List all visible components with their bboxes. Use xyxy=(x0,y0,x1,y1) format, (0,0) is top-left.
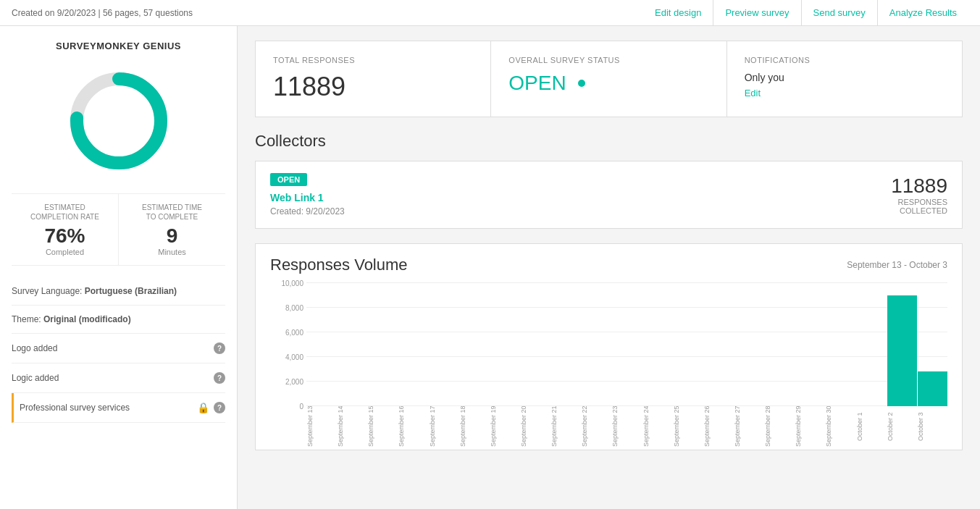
x-axis-label: September 25 xyxy=(673,406,703,450)
logic-info: Logic added ? xyxy=(12,363,225,393)
survey-status-value: OPEN xyxy=(508,72,566,95)
chart-date-range: September 13 - October 3 xyxy=(847,260,947,270)
main-layout: SURVEYMONKEY GENIUS ESTIMATEDCOMPLETION … xyxy=(0,26,980,509)
theme-info: Theme: Original (modificado) xyxy=(12,306,225,334)
x-axis-label: October 1 xyxy=(856,406,887,450)
professional-info: Professional survey services 🔒 ? xyxy=(12,393,225,423)
x-axis-label: September 29 xyxy=(795,406,825,450)
collector-name-link[interactable]: Web Link 1 xyxy=(270,192,345,203)
chart-y-label: 2,000 xyxy=(285,378,306,386)
x-axis-label: September 20 xyxy=(520,406,550,450)
chart-y-label: 0 xyxy=(299,403,306,411)
lock-icon: 🔒 xyxy=(197,402,209,413)
logic-help-icon[interactable]: ? xyxy=(214,372,225,384)
chart-section: Responses Volume September 13 - October … xyxy=(255,243,963,450)
x-axis-label: September 28 xyxy=(764,406,795,450)
x-axis-label: September 13 xyxy=(306,406,337,450)
chart-y-label: 10,000 xyxy=(281,279,306,287)
collector-count: 11889 xyxy=(891,174,947,198)
logic-label: Logic added xyxy=(12,373,59,383)
collector-count-label: RESPONSESCOLLECTED xyxy=(891,198,947,215)
professional-help-icon[interactable]: ? xyxy=(214,402,225,413)
x-axis-label: October 3 xyxy=(917,406,947,450)
chart-bar xyxy=(918,371,947,406)
x-axis-label: September 24 xyxy=(642,406,673,450)
send-survey-link[interactable]: Send survey xyxy=(801,0,877,26)
chart-y-label: 8,000 xyxy=(285,304,306,312)
logo-label: Logo added xyxy=(12,343,57,353)
top-nav: Edit design Preview survey Send survey A… xyxy=(643,0,968,26)
donut-chart xyxy=(61,63,177,179)
time-to-complete-value: 9 xyxy=(122,226,222,246)
analyze-results-link[interactable]: Analyze Results xyxy=(877,0,968,26)
logo-info: Logo added ? xyxy=(12,334,225,363)
time-to-complete-sub: Minutes xyxy=(122,248,222,256)
total-responses-label: TOTAL RESPONSES xyxy=(273,56,473,64)
edit-design-link[interactable]: Edit design xyxy=(643,0,713,26)
top-bar: Created on 9/20/2023 | 56 pages, 57 ques… xyxy=(0,0,980,26)
content-area: TOTAL RESPONSES 11889 OVERALL SURVEY STA… xyxy=(238,26,980,509)
x-axis-label: September 17 xyxy=(429,406,459,450)
chart-y-label: 6,000 xyxy=(285,329,306,337)
language-value: Portuguese (Brazilian) xyxy=(85,286,177,296)
x-axis-label: September 16 xyxy=(398,406,428,450)
x-axis-label: September 27 xyxy=(734,406,764,450)
x-axis-label: September 26 xyxy=(703,406,734,450)
time-to-complete-stat: ESTIMATED TIMETO COMPLETE 9 Minutes xyxy=(118,194,225,265)
stats-row: ESTIMATEDCOMPLETION RATE 76% Completed E… xyxy=(12,193,225,266)
status-value-row: OPEN xyxy=(508,72,708,95)
logo-help-icon[interactable]: ? xyxy=(214,342,225,354)
x-axis-label: October 2 xyxy=(887,406,917,450)
chart-area: 02,0004,0006,0008,00010,000 September 13… xyxy=(270,283,947,450)
collector-date: Created: 9/20/2023 xyxy=(270,206,345,216)
x-axis-label: September 15 xyxy=(367,406,398,450)
survey-meta: Created on 9/20/2023 | 56 pages, 57 ques… xyxy=(12,8,193,18)
notifications-label: NOTIFICATIONS xyxy=(745,56,945,64)
completion-rate-stat: ESTIMATEDCOMPLETION RATE 76% Completed xyxy=(12,194,118,265)
x-axis-label: September 14 xyxy=(337,406,367,450)
notifications-card: NOTIFICATIONS Only you Edit xyxy=(727,41,962,117)
language-info: Survey Language: Portuguese (Brazilian) xyxy=(12,277,225,306)
donut-chart-container xyxy=(12,63,225,179)
x-axis-label: September 22 xyxy=(581,406,611,450)
total-responses-value: 11889 xyxy=(273,72,473,102)
collector-left: OPEN Web Link 1 Created: 9/20/2023 xyxy=(270,173,345,216)
collectors-title: Collectors xyxy=(255,132,963,151)
x-axis-label: September 23 xyxy=(611,406,642,450)
completion-rate-value: 76% xyxy=(14,226,115,246)
time-to-complete-label: ESTIMATED TIMETO COMPLETE xyxy=(122,203,222,222)
total-responses-card: TOTAL RESPONSES 11889 xyxy=(256,41,491,117)
professional-icons: 🔒 ? xyxy=(197,402,225,413)
x-axis-labels: September 13September 14September 15Sept… xyxy=(306,406,947,450)
notifications-value: Only you xyxy=(745,72,945,83)
brand-title: SURVEYMONKEY GENIUS xyxy=(12,41,225,51)
preview-survey-link[interactable]: Preview survey xyxy=(713,0,800,26)
status-indicator-dot xyxy=(578,80,585,87)
sidebar: SURVEYMONKEY GENIUS ESTIMATEDCOMPLETION … xyxy=(0,26,238,509)
collector-status-badge: OPEN xyxy=(270,173,307,186)
bars-container xyxy=(306,283,947,406)
chart-title: Responses Volume xyxy=(270,256,408,274)
x-axis-label: September 21 xyxy=(550,406,581,450)
notifications-edit-link[interactable]: Edit xyxy=(745,88,761,98)
survey-status-card: OVERALL SURVEY STATUS OPEN xyxy=(491,41,726,117)
stats-cards: TOTAL RESPONSES 11889 OVERALL SURVEY STA… xyxy=(255,41,963,117)
x-axis-label: September 19 xyxy=(490,406,520,450)
x-axis-label: September 18 xyxy=(459,406,490,450)
chart-y-label: 4,000 xyxy=(285,353,306,361)
collector-card: OPEN Web Link 1 Created: 9/20/2023 11889… xyxy=(255,161,963,229)
chart-bar xyxy=(887,295,917,406)
theme-value: Original (modificado) xyxy=(43,314,131,324)
x-axis-label: September 30 xyxy=(825,406,855,450)
completion-rate-label: ESTIMATEDCOMPLETION RATE xyxy=(14,203,115,222)
survey-status-label: OVERALL SURVEY STATUS xyxy=(508,56,708,64)
collector-right: 11889 RESPONSESCOLLECTED xyxy=(891,174,947,215)
language-label: Survey Language: Portuguese (Brazilian) xyxy=(12,286,177,296)
chart-header: Responses Volume September 13 - October … xyxy=(270,256,947,274)
theme-label: Theme: Original (modificado) xyxy=(12,314,131,324)
completion-rate-sub: Completed xyxy=(14,248,115,256)
professional-label: Professional survey services xyxy=(20,403,130,413)
